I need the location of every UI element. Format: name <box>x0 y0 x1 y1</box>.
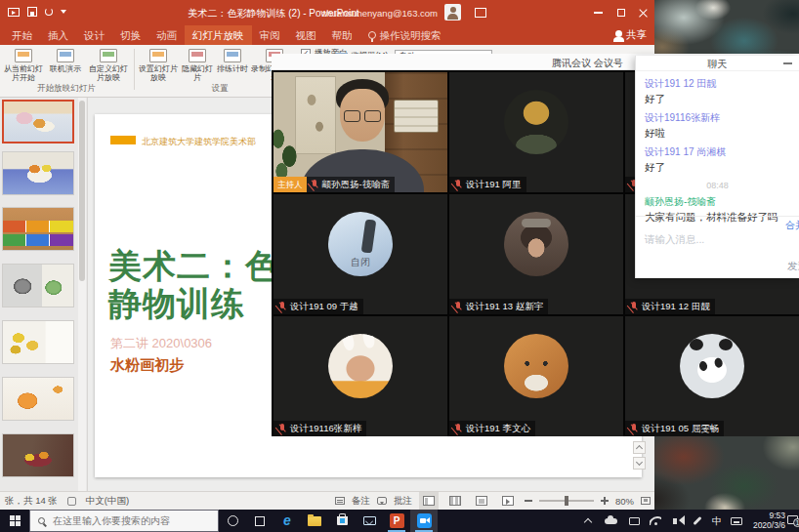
video-tile[interactable]: 设计191 13 赵新宇 <box>449 194 623 314</box>
slide-thumbnail-panel <box>0 98 88 491</box>
zoom-out-icon[interactable] <box>525 500 532 502</box>
tab-slideshow[interactable]: 幻灯片放映 <box>185 25 252 45</box>
account-email[interactable]: zhuansunenyang@163.com <box>322 8 438 19</box>
task-view-button[interactable] <box>246 510 273 532</box>
meeting-taskbar-button[interactable] <box>410 510 438 532</box>
button-label: 设置幻灯片放映 <box>138 64 179 82</box>
zoom-slider-thumb[interactable] <box>565 496 568 506</box>
cloud-icon <box>605 518 617 524</box>
participant-label: 主持人 颛孙恩扬-筏喻斋 <box>273 177 395 192</box>
slideshow-view-button[interactable] <box>498 492 518 510</box>
notes-button[interactable]: 备注 <box>352 495 370 508</box>
share-button[interactable]: 共享 <box>615 25 647 45</box>
scrollbar-thumb[interactable] <box>79 101 85 281</box>
thumbnail-scrollbar[interactable] <box>78 98 86 491</box>
user-avatar-icon[interactable] <box>444 4 461 20</box>
setup-slideshow-button[interactable]: 设置幻灯片放映 <box>138 47 179 90</box>
qat-dropdown-caret[interactable] <box>61 10 66 17</box>
merge-window-link[interactable]: 合并 <box>785 219 799 232</box>
next-slide-button[interactable] <box>633 457 646 470</box>
participant-label: 设计19116张新梓 <box>273 421 366 436</box>
group-label-start: 开始放映幻灯片 <box>18 83 115 95</box>
button-label: 联机演示 <box>50 64 81 73</box>
edge-button[interactable]: e <box>273 510 301 532</box>
chevron-up-icon <box>584 518 592 526</box>
zoom-slider[interactable] <box>539 500 594 502</box>
taskbar-clock[interactable]: 9:53 2020/3/6 <box>744 512 785 530</box>
maximize-button[interactable] <box>610 0 632 25</box>
slide-thumbnail-6[interactable] <box>2 377 74 421</box>
link-tray-button[interactable] <box>688 510 707 532</box>
chat-messages: 设计191 12 田靓 好了 设计19116张新梓 好啦 设计191 17 尚湘… <box>636 71 799 225</box>
video-tile[interactable]: 设计191 05 屈雯畅 <box>625 316 799 436</box>
comments-button[interactable]: 批注 <box>394 495 412 508</box>
tab-tell-me[interactable]: 操作说明搜索 <box>360 25 449 45</box>
show-hidden-icons-button[interactable] <box>578 510 598 532</box>
save-icon[interactable] <box>27 7 37 17</box>
slide-thumbnail-2[interactable] <box>2 151 74 195</box>
file-explorer-button[interactable] <box>301 510 328 532</box>
tab-help[interactable]: 帮助 <box>324 25 360 45</box>
close-button[interactable] <box>632 0 654 25</box>
slide-thumbnail-5[interactable] <box>2 320 74 364</box>
tab-design[interactable]: 设计 <box>76 25 112 45</box>
cortana-button[interactable] <box>219 510 246 532</box>
participant-label: 设计191 13 赵新宇 <box>449 299 548 314</box>
participant-label: 设计191 05 屈雯畅 <box>625 421 724 436</box>
host-badge: 主持人 <box>273 177 307 192</box>
message-text: 好了 <box>645 93 790 106</box>
mail-button[interactable] <box>356 510 383 532</box>
search-input[interactable] <box>51 514 207 527</box>
normal-view-button[interactable] <box>419 492 439 510</box>
ime-indicator[interactable]: 中 <box>707 510 727 532</box>
start-button[interactable] <box>0 510 29 532</box>
slide-thumbnail-4[interactable] <box>2 264 74 307</box>
chat-minimize-button[interactable] <box>783 58 792 67</box>
network-tray-button[interactable] <box>645 510 666 532</box>
tab-insert[interactable]: 插入 <box>40 25 76 45</box>
slideshow-icon[interactable] <box>8 8 20 17</box>
zoom-level[interactable]: 80% <box>615 496 634 507</box>
video-tile[interactable]: 设计191 阿里 <box>449 72 623 192</box>
task-view-icon <box>255 516 265 526</box>
video-tile[interactable]: 设计19116张新梓 <box>273 316 447 436</box>
taskbar-search-box[interactable] <box>29 510 219 532</box>
ribbon-display-options-icon[interactable] <box>475 8 486 18</box>
speaker-glasses <box>343 110 382 122</box>
onedrive-tray-button[interactable] <box>600 510 621 532</box>
slide-thumbnail-3[interactable] <box>2 207 74 251</box>
fit-slide-icon[interactable] <box>641 497 651 505</box>
touch-keyboard-button[interactable] <box>727 510 746 532</box>
video-tile-host[interactable]: 主持人 颛孙恩扬-筏喻斋 <box>273 72 447 192</box>
language-indicator[interactable]: 中文(中国) <box>86 495 129 508</box>
previous-slide-button[interactable] <box>633 441 646 454</box>
tab-transitions[interactable]: 切换 <box>112 25 148 45</box>
tab-animations[interactable]: 动画 <box>148 25 185 45</box>
slide-session: 第二讲 2020\0306 <box>110 335 212 352</box>
display-tray-button[interactable] <box>623 510 645 532</box>
slide-thumbnail-1[interactable] <box>2 100 74 143</box>
muted-mic-icon <box>454 180 462 190</box>
tab-review[interactable]: 审阅 <box>252 25 288 45</box>
search-icon <box>38 517 45 524</box>
slide-thumbnail-7[interactable] <box>2 433 74 477</box>
reading-view-button[interactable] <box>472 492 491 510</box>
tab-view[interactable]: 视图 <box>288 25 324 45</box>
minimize-button[interactable] <box>587 0 610 25</box>
powerpoint-statusbar: 张，共 14 张 中文(中国) 备注 批注 80% <box>0 491 654 510</box>
undo-icon[interactable] <box>45 8 53 16</box>
speaker-icon <box>673 518 677 524</box>
powerpoint-taskbar-button[interactable]: P <box>383 510 410 532</box>
video-tile[interactable]: 自闭 设计191 09 于越 <box>273 194 447 314</box>
accessibility-icon[interactable] <box>67 497 76 506</box>
chat-input[interactable]: 请输入消息... <box>645 233 704 247</box>
chat-input-area: 合并 请输入消息... 发送 <box>636 216 799 278</box>
send-button[interactable]: 发送 <box>787 260 799 273</box>
slide-sorter-view-button[interactable] <box>445 492 465 510</box>
video-tile[interactable]: 设计191 李文心 <box>449 316 623 436</box>
volume-tray-button[interactable] <box>666 510 688 532</box>
zoom-in-icon[interactable] <box>601 497 609 505</box>
store-button[interactable] <box>328 510 356 532</box>
action-center-icon[interactable]: 1 <box>787 515 798 524</box>
tab-home[interactable]: 开始 <box>4 25 40 45</box>
